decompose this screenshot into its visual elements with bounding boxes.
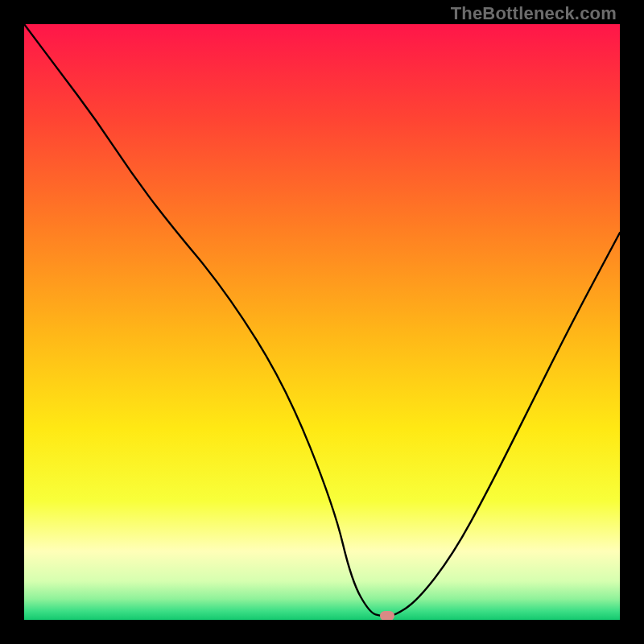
chart-frame: { "watermark": "TheBottleneck.com", "cha… bbox=[0, 0, 644, 644]
optimum-marker bbox=[380, 611, 394, 620]
chart-curve bbox=[24, 24, 620, 620]
watermark-text: TheBottleneck.com bbox=[451, 3, 617, 24]
plot-area bbox=[24, 24, 620, 620]
